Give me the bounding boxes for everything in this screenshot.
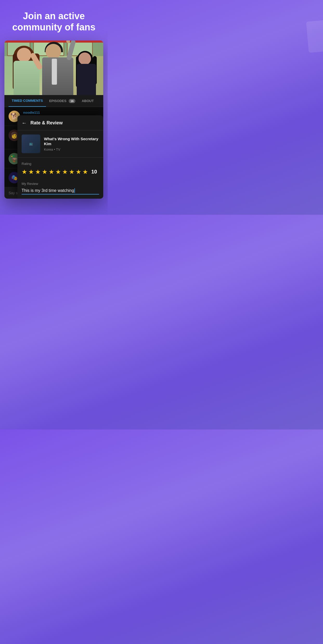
star-4[interactable]: ★ bbox=[42, 168, 48, 176]
rate-review-header: ← Rate & Review bbox=[17, 115, 103, 130]
rate-review-title: Rate & Review bbox=[30, 120, 63, 126]
tab-about[interactable]: ABOUT bbox=[79, 95, 97, 106]
back-button[interactable]: ← bbox=[22, 120, 27, 126]
star-10[interactable]: ★ bbox=[82, 168, 88, 176]
rating-section: Rating ★ ★ ★ ★ ★ ★ ★ ★ ★ ★ 10 bbox=[17, 158, 103, 178]
text-cursor bbox=[74, 188, 75, 193]
review-label: My Review bbox=[22, 182, 99, 186]
star-5[interactable]: ★ bbox=[49, 168, 54, 176]
hero-title: Join an active community of fans bbox=[0, 0, 108, 41]
show-meta: What's Wrong With Secretary Kim Korea • … bbox=[44, 136, 99, 151]
star-6[interactable]: ★ bbox=[55, 168, 61, 176]
show-origin: Korea • TV bbox=[44, 147, 99, 151]
rating-label: Rating bbox=[22, 162, 99, 166]
tab-timed-comments[interactable]: TIMED COMMENTS bbox=[9, 95, 46, 107]
stars-row: ★ ★ ★ ★ ★ ★ ★ ★ ★ ★ 10 bbox=[22, 168, 99, 176]
star-3[interactable]: ★ bbox=[35, 168, 41, 176]
rating-number: 10 bbox=[91, 169, 97, 175]
star-8[interactable]: ★ bbox=[69, 168, 75, 176]
comment-username: noodle111 bbox=[23, 111, 99, 115]
review-input-container[interactable]: This is my 3rd time watching bbox=[22, 188, 99, 195]
episodes-badge: 16 bbox=[69, 99, 75, 103]
show-name: What's Wrong With Secretary Kim bbox=[44, 136, 99, 146]
tabs-bar: TIMED COMMENTS EPISODES 16 ABOUT bbox=[4, 95, 103, 107]
star-7[interactable]: ★ bbox=[62, 168, 68, 176]
show-info: 📺 What's Wrong With Secretary Kim Korea … bbox=[17, 130, 103, 158]
app-card: TIMED COMMENTS EPISODES 16 ABOUT 🐕 noodl… bbox=[4, 41, 103, 199]
drama-image bbox=[4, 41, 103, 95]
tab-episodes[interactable]: EPISODES 16 bbox=[46, 95, 79, 106]
review-section: My Review This is my 3rd time watching bbox=[17, 178, 103, 199]
review-input-text: This is my 3rd time watching bbox=[22, 188, 74, 193]
hero-section: Join an active community of fans bbox=[0, 0, 108, 41]
star-2[interactable]: ★ bbox=[28, 168, 34, 176]
rate-review-overlay: ← Rate & Review 📺 What's Wrong With Secr… bbox=[17, 115, 103, 199]
show-thumbnail: 📺 bbox=[22, 135, 40, 153]
star-9[interactable]: ★ bbox=[76, 168, 81, 176]
star-1[interactable]: ★ bbox=[22, 168, 27, 176]
